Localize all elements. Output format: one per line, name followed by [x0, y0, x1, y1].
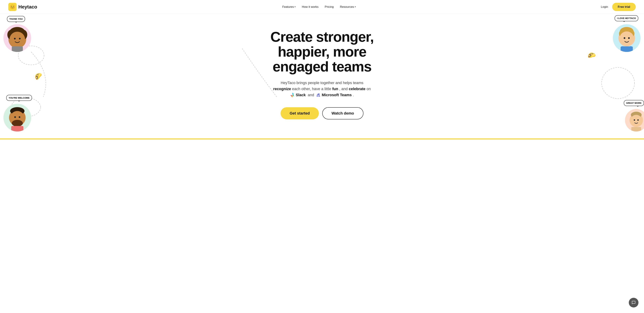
get-started-button[interactable]: Get started [280, 107, 319, 120]
avatar-top-left [4, 24, 31, 52]
bubble-youre-welcome: YOU'RE WELCOME [6, 95, 32, 101]
svg-point-23 [14, 116, 16, 118]
taco-icon-left: 🌮 [34, 72, 44, 81]
svg-point-32 [317, 94, 318, 95]
character-top-left: THANK YOU [4, 24, 31, 52]
navbar: 😊 Heytaco Features ▾ How it works Pricin… [0, 0, 644, 14]
hero-section: THANK YOU 🌮 I LOVE H [0, 14, 644, 138]
logo-icon: 😊 [8, 3, 16, 11]
features-chevron-icon: ▾ [294, 6, 296, 8]
nav-resources[interactable]: Resources ▾ [340, 5, 356, 9]
login-link[interactable]: Login [601, 5, 608, 9]
watch-demo-button[interactable]: Watch demo [322, 107, 364, 120]
avatar-top-right [613, 24, 640, 52]
character-bottom-right: GREAT WORK [625, 109, 644, 132]
svg-point-1 [602, 68, 634, 98]
nav-features[interactable]: Features ▾ [282, 5, 296, 9]
nav-how-it-works[interactable]: How it works [302, 5, 318, 9]
bottom-accent-bar [0, 138, 644, 140]
svg-point-16 [624, 37, 625, 39]
slack-icon [290, 93, 295, 97]
hero-platforms: Slack and Microsoft Teams. [290, 92, 354, 98]
bubble-thank-you: THANK YOU [7, 16, 25, 22]
svg-rect-25 [11, 126, 23, 132]
svg-point-29 [634, 120, 635, 121]
svg-point-28 [630, 115, 642, 127]
character-bottom-left: YOU'RE WELCOME [4, 104, 31, 132]
nav-actions: Login Free trial [601, 3, 636, 11]
svg-point-24 [19, 116, 20, 118]
bubble-great-work: GREAT WORK [624, 100, 644, 106]
logo[interactable]: 😊 Heytaco [8, 3, 37, 11]
hero-buttons: Get started Watch demo [270, 107, 374, 120]
svg-point-7 [10, 32, 25, 47]
svg-point-17 [628, 37, 630, 39]
free-trial-button[interactable]: Free trial [612, 3, 636, 11]
avatar-bottom-right [625, 109, 644, 132]
resources-chevron-icon: ▾ [355, 6, 356, 8]
character-top-right: I LOVE HEYTACO [613, 24, 640, 52]
logo-text: Heytaco [18, 4, 37, 10]
hero-headline: Create stronger, happier, more engaged t… [270, 30, 374, 74]
svg-rect-31 [631, 127, 641, 132]
avatar-bottom-left [4, 104, 31, 132]
svg-point-8 [14, 38, 16, 40]
svg-rect-18 [621, 46, 633, 52]
svg-rect-10 [12, 46, 23, 52]
svg-point-9 [19, 38, 21, 40]
hero-subtext: HeyTaco brings people together and helps… [270, 80, 374, 99]
taco-icon-right: 🌮 [587, 51, 596, 60]
nav-pricing[interactable]: Pricing [325, 5, 334, 9]
teams-icon [316, 93, 321, 97]
svg-point-22 [12, 120, 23, 126]
deco-ellipse-tr [601, 66, 635, 100]
svg-point-15 [620, 32, 634, 46]
bubble-i-love-heytaco: I LOVE HEYTACO [614, 15, 638, 21]
svg-point-30 [638, 120, 639, 121]
nav-links: Features ▾ How it works Pricing Resource… [282, 5, 356, 9]
hero-content: Create stronger, happier, more engaged t… [270, 30, 374, 119]
